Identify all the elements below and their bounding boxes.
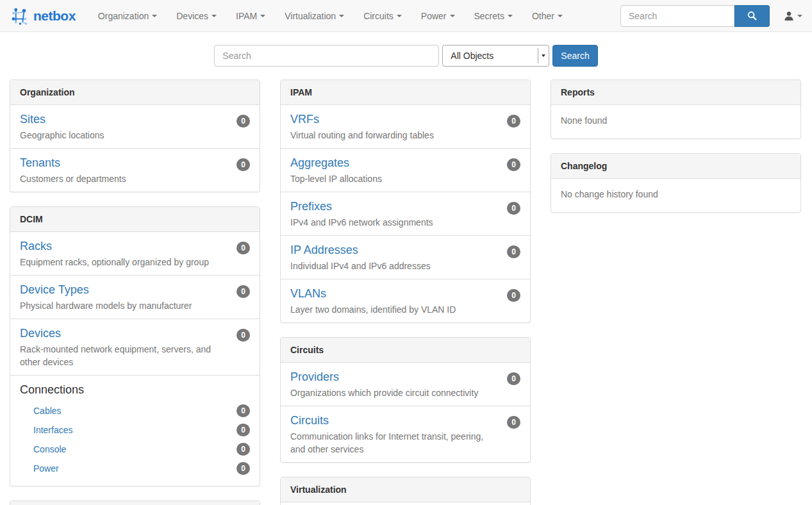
panel-changelog: Changelog No change history found xyxy=(551,153,801,213)
aggregates-link[interactable]: Aggregates xyxy=(290,155,349,171)
count-badge: 0 xyxy=(236,329,250,342)
column-3: Reports None found Changelog No change h… xyxy=(551,79,801,227)
brand-title: netbox xyxy=(33,8,76,24)
menu-virtualization[interactable]: Virtualization xyxy=(275,0,354,32)
panel-title: Circuits xyxy=(281,338,530,363)
count-badge: 0 xyxy=(507,245,520,258)
panel-title: Reports xyxy=(551,80,800,105)
providers-link[interactable]: Providers xyxy=(290,369,339,385)
devices-link[interactable]: Devices xyxy=(20,326,61,342)
item-description: Equipment racks, optionally organized by… xyxy=(20,256,230,269)
menu-devices[interactable]: Devices xyxy=(167,0,226,32)
menu-secrets[interactable]: Secrets xyxy=(465,0,522,32)
item-description: Geographic locations xyxy=(20,129,230,142)
netbox-brand[interactable]: netbox xyxy=(10,6,76,26)
ip-addresses-link[interactable]: IP Addresses xyxy=(290,242,358,258)
list-item: Cables 0 xyxy=(20,401,250,420)
count-badge: 0 xyxy=(507,158,520,171)
panel-ipam: IPAM VRFs Virtual routing and forwarding… xyxy=(280,79,531,323)
global-search-bar: All Objects Search xyxy=(0,32,812,67)
navbar-search-form xyxy=(620,5,770,27)
search-icon xyxy=(747,11,757,21)
menu-ipam[interactable]: IPAM xyxy=(226,0,275,32)
list-item: Devices Rack-mounted network equipment, … xyxy=(10,319,260,376)
tenants-link[interactable]: Tenants xyxy=(20,155,60,171)
cables-link[interactable]: Cables xyxy=(33,406,62,416)
vrfs-link[interactable]: VRFs xyxy=(290,112,319,128)
chevron-down-icon xyxy=(211,15,217,17)
list-item: VRFs Virtual routing and forwarding tabl… xyxy=(281,105,530,149)
chevron-down-icon xyxy=(339,15,344,17)
panel-reports: Reports None found xyxy=(551,79,801,139)
connections-section: Connections Cables 0 Interfaces 0 Consol… xyxy=(10,376,260,486)
navbar-search-button[interactable] xyxy=(734,5,770,27)
menu-circuits[interactable]: Circuits xyxy=(354,0,411,32)
panel-title: Organization xyxy=(10,80,260,105)
count-badge: 0 xyxy=(236,158,250,171)
menu-other[interactable]: Other xyxy=(522,0,572,32)
count-badge: 0 xyxy=(507,115,520,128)
search-input[interactable] xyxy=(214,45,439,67)
chevron-down-icon xyxy=(260,15,265,17)
user-icon xyxy=(784,11,794,21)
panel-title: Changelog xyxy=(551,154,800,179)
count-badge: 0 xyxy=(236,443,250,456)
column-1: Organization Sites Geographic locations … xyxy=(10,79,260,505)
count-badge: 0 xyxy=(507,372,520,385)
vlans-link[interactable]: VLANs xyxy=(290,286,326,302)
select-arrow xyxy=(538,48,549,63)
panel-virtualization: Virtualization Clusters 0 xyxy=(280,477,531,505)
count-badge: 0 xyxy=(236,115,250,128)
console-link[interactable]: Console xyxy=(33,444,66,454)
chevron-down-icon xyxy=(450,15,455,17)
item-description: Physical hardware models by manufacturer xyxy=(20,299,230,312)
list-item: Clusters 0 xyxy=(281,502,530,505)
panel-title: Virtualization xyxy=(281,477,530,502)
main-menu: Organization Devices IPAM Virtualization… xyxy=(88,0,572,32)
user-menu[interactable] xyxy=(784,11,802,21)
prefixes-link[interactable]: Prefixes xyxy=(290,199,332,215)
chevron-down-icon xyxy=(152,15,157,17)
list-item: Power 0 xyxy=(20,459,250,478)
item-description: Top-level IP allocations xyxy=(290,172,501,185)
count-badge: 0 xyxy=(507,289,520,302)
device-types-link[interactable]: Device Types xyxy=(20,282,89,298)
item-description: Individual IPv4 and IPv6 addresses xyxy=(290,260,501,272)
chevron-down-icon xyxy=(558,15,563,17)
panel-circuits: Circuits Providers Organizations which p… xyxy=(280,337,531,463)
item-description: Virtual routing and forwarding tables xyxy=(290,129,501,142)
netbox-logo-icon xyxy=(10,6,29,26)
chevron-down-icon xyxy=(397,15,402,17)
list-item: Interfaces 0 xyxy=(20,420,250,440)
racks-link[interactable]: Racks xyxy=(20,238,52,254)
list-item: Device Types Physical hardware models by… xyxy=(10,276,260,319)
list-item: Tenants Customers or departments 0 xyxy=(10,149,260,192)
navbar-search-input[interactable] xyxy=(620,5,734,27)
panel-title: Power xyxy=(10,501,260,505)
menu-power[interactable]: Power xyxy=(411,0,465,32)
list-item: Console 0 xyxy=(20,440,250,459)
item-description: Customers or departments xyxy=(20,172,230,185)
chevron-down-icon xyxy=(508,15,513,17)
sites-link[interactable]: Sites xyxy=(20,112,46,128)
list-item: Providers Organizations which provide ci… xyxy=(281,363,530,406)
circuits-link[interactable]: Circuits xyxy=(290,413,329,429)
interfaces-link[interactable]: Interfaces xyxy=(33,425,72,435)
object-type-select[interactable]: All Objects xyxy=(442,45,549,67)
chevron-down-icon xyxy=(797,15,802,17)
item-description: Rack-mounted network equipment, servers,… xyxy=(20,343,230,368)
count-badge: 0 xyxy=(507,416,520,429)
column-2: IPAM VRFs Virtual routing and forwarding… xyxy=(280,79,531,505)
item-description: Layer two domains, identified by VLAN ID xyxy=(290,303,501,316)
item-description: Communication links for Internet transit… xyxy=(290,430,501,456)
search-submit-button[interactable]: Search xyxy=(552,45,597,67)
top-navbar: netbox Organization Devices IPAM Virtual… xyxy=(0,0,812,32)
list-item: Circuits Communication links for Interne… xyxy=(281,406,530,462)
connections-title: Connections xyxy=(20,382,250,398)
changelog-empty-text: No change history found xyxy=(551,179,800,212)
count-badge: 0 xyxy=(236,404,250,417)
list-item: VLANs Layer two domains, identified by V… xyxy=(281,279,530,322)
menu-organization[interactable]: Organization xyxy=(88,0,167,32)
count-badge: 0 xyxy=(236,462,250,475)
power-connections-link[interactable]: Power xyxy=(33,463,59,474)
